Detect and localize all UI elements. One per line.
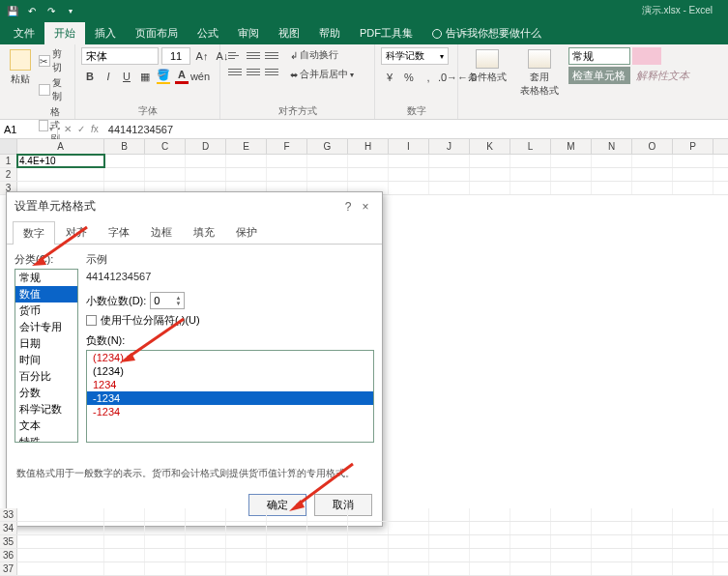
col-header[interactable]: I [389,139,429,154]
tab-review[interactable]: 审阅 [228,22,269,44]
tab-file[interactable]: 文件 [4,22,44,44]
category-item[interactable]: 会计专用 [15,319,77,335]
cell[interactable] [673,562,713,575]
inc-decimal-icon[interactable]: .0→ [439,69,456,86]
cell[interactable] [226,535,267,548]
cell[interactable] [389,182,429,194]
category-item[interactable]: 科学记数 [15,401,77,418]
cut-button[interactable]: ✂剪切 [39,47,69,74]
tab-formulas[interactable]: 公式 [188,22,228,44]
cell[interactable] [145,562,186,575]
cell[interactable] [104,562,145,575]
cell[interactable] [551,549,592,562]
style-check-cell[interactable]: 检查单元格 [568,67,630,84]
cell[interactable] [226,508,267,521]
cell[interactable] [673,522,713,534]
cell[interactable] [592,562,632,575]
cell[interactable] [632,549,673,562]
cell[interactable] [592,168,632,181]
format-table-button[interactable]: 套用 表格格式 [516,47,563,100]
border-button[interactable]: ▦ [136,68,154,85]
cell[interactable] [186,562,226,575]
cell[interactable] [470,549,510,562]
percent-icon[interactable]: % [400,69,418,86]
cell[interactable] [226,562,267,575]
col-header[interactable]: G [307,139,348,154]
cell[interactable] [510,168,551,181]
qat-more-icon[interactable]: ▾ [64,4,77,17]
cell[interactable] [429,508,470,521]
fill-color-button[interactable]: 🪣 [155,68,172,85]
cell[interactable] [145,508,186,521]
cell[interactable] [632,508,673,521]
cell[interactable] [470,535,510,548]
dialog-titlebar[interactable]: 设置单元格格式 ? × [7,192,382,220]
cell[interactable] [226,549,267,562]
cell[interactable] [307,155,348,167]
row-header[interactable]: 37 [0,562,17,575]
category-item[interactable]: 数值 [15,286,77,302]
cell[interactable] [510,549,551,562]
cell[interactable] [267,522,307,534]
category-item[interactable]: 日期 [15,335,77,352]
phonetic-button[interactable]: wén [191,68,209,85]
col-header[interactable]: M [551,139,592,154]
fx-icon[interactable]: fx [91,124,99,134]
cell[interactable] [592,182,632,194]
increase-font-icon[interactable]: A↑ [193,47,211,65]
cell[interactable] [429,535,470,548]
cell[interactable] [348,535,389,548]
cell[interactable] [389,562,429,575]
redo-icon[interactable]: ↷ [44,4,58,17]
align-right[interactable] [263,64,280,79]
cell[interactable] [470,155,510,167]
cell[interactable] [186,155,226,167]
cell[interactable] [551,508,592,521]
cell[interactable] [632,522,673,534]
name-box[interactable]: A1▾ [0,124,58,135]
cell[interactable] [389,168,429,181]
negative-item[interactable]: (1234) [87,364,373,378]
cell[interactable] [104,508,145,521]
cell[interactable] [226,168,267,181]
cell[interactable] [17,535,104,548]
category-item[interactable]: 文本 [15,418,77,434]
wrap-text-button[interactable]: ↲自动换行 [288,47,356,63]
negative-item[interactable]: 1234 [87,378,373,391]
category-item[interactable]: 百分比 [15,368,77,385]
col-header[interactable]: A [17,139,104,154]
cell[interactable] [673,549,713,562]
cell[interactable] [17,562,104,575]
row-header[interactable]: 35 [0,535,17,548]
cell[interactable] [267,168,307,181]
help-button[interactable]: ? [339,200,357,214]
cell[interactable] [551,168,592,181]
thousands-row[interactable]: 使用千位分隔符(,)(U) [86,313,374,328]
cell[interactable] [673,182,713,194]
cell[interactable] [226,522,267,534]
cell[interactable] [104,522,145,534]
cell-a1[interactable]: 4.4E+10 [17,155,104,167]
cell[interactable] [307,168,348,181]
style-bad[interactable] [632,47,661,65]
cell[interactable] [389,522,429,534]
cell[interactable] [145,522,186,534]
cell[interactable] [307,535,348,548]
cell[interactable] [592,522,632,534]
cell[interactable] [673,155,713,167]
cell[interactable] [104,155,145,167]
align-center[interactable] [245,64,262,79]
cell[interactable] [673,535,713,548]
cell[interactable] [17,522,104,534]
negative-item[interactable]: -1234 [87,405,373,418]
cell[interactable] [510,182,551,194]
cell[interactable] [632,562,673,575]
negative-item[interactable]: -1234 [87,391,373,405]
number-format-select[interactable]: 科学记数▾ [381,47,449,65]
tab-pdf[interactable]: PDF工具集 [350,22,422,44]
cell[interactable] [673,508,713,521]
cell[interactable] [470,168,510,181]
cell[interactable] [470,182,510,194]
merge-center-button[interactable]: ⬌合并后居中▾ [288,67,356,82]
select-all-corner[interactable] [0,139,17,154]
